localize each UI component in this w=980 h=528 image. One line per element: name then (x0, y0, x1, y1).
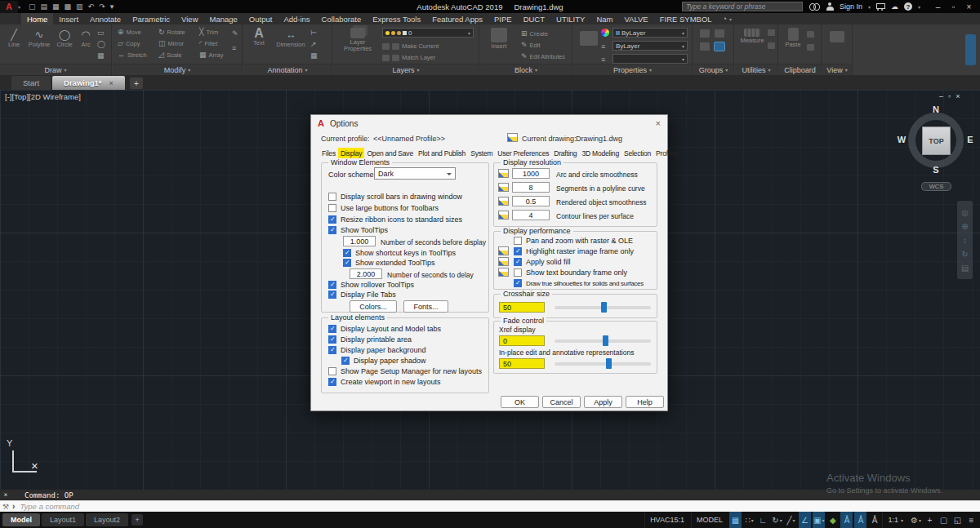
ribbon-tab-fire-symbol[interactable]: FIRE SYMBOL (654, 13, 718, 24)
ribbon-right-widget[interactable] (965, 34, 976, 65)
model-space-indicator[interactable]: MODEL (691, 512, 728, 528)
ribbon-tab-nam[interactable]: Nam (590, 13, 618, 24)
view-base-icon[interactable] (830, 31, 844, 42)
checkbox-layout-model-tabs[interactable]: Display Layout and Model tabs (328, 325, 441, 333)
circle-tool[interactable]: ◯ Circle (54, 29, 75, 48)
copy-tool[interactable]: ▱Copy (118, 39, 140, 47)
tab-files[interactable]: Files (319, 148, 338, 159)
checkbox-box[interactable] (514, 268, 522, 277)
rendered-smoothness-field[interactable] (512, 196, 550, 206)
linear-tool[interactable]: ⊢ (310, 29, 317, 37)
panel-label-block[interactable]: Block▾ (480, 64, 572, 75)
ribbon-tab-addins[interactable]: Add-ins (278, 13, 315, 24)
checkbox-box[interactable] (343, 259, 351, 267)
zoom-extents-icon[interactable]: ↕ (963, 236, 967, 245)
snap-mode-icon[interactable]: ∷▾ (743, 512, 755, 528)
apply-button[interactable]: Apply (584, 396, 622, 408)
tab-profiles[interactable]: Profiles (653, 148, 680, 159)
layer-select-combo[interactable]: 0 ▾ (382, 28, 474, 38)
tab-open-and-save[interactable]: Open and Save (364, 148, 415, 159)
arc-tool[interactable]: ◠ Arc (77, 29, 95, 48)
move-tool[interactable]: ⊕Move (118, 28, 141, 36)
a360-cloud-icon[interactable]: ☁ (891, 2, 898, 11)
group-edit-icon[interactable] (700, 42, 710, 51)
checkbox-create-viewport[interactable]: Create viewport in new layouts (328, 378, 441, 386)
ribbon-tab-parametric[interactable]: Parametric (127, 13, 176, 24)
copy-clip-icon[interactable] (807, 31, 814, 38)
ribbon-tab-collaborate[interactable]: Collaborate (316, 13, 368, 24)
command-input[interactable] (18, 501, 980, 512)
match-layer-tool[interactable]: Match Layer (382, 54, 435, 61)
viewport-close-icon[interactable]: × (956, 92, 960, 100)
ribbon-tab-valve[interactable]: VALVE (618, 13, 653, 24)
new-drawing-tab-button[interactable]: + (130, 78, 143, 89)
plus-customization-icon[interactable]: + (924, 512, 936, 528)
annotation-visibility-icon[interactable]: Å (840, 512, 853, 528)
color-wheel-icon[interactable] (601, 29, 609, 37)
osnap-tracking-icon[interactable]: ∠ (799, 512, 811, 528)
workspace-gear-icon[interactable]: ⚙▾ (910, 512, 922, 528)
tab-user-preferences[interactable]: User Preferences (495, 148, 551, 159)
panel-label-clipboard[interactable]: Clipboard (779, 64, 821, 75)
layout2-tab[interactable]: Layout2 (86, 513, 128, 526)
polyline-tool[interactable]: ∿ Polyline (26, 29, 52, 48)
checkbox-box[interactable] (328, 204, 336, 212)
checkbox-box[interactable] (328, 215, 336, 224)
ribbon-tab-duct[interactable]: DUCT (518, 13, 550, 24)
checkbox-large-buttons[interactable]: Use large buttons for Toolbars (328, 204, 439, 212)
current-scale-indicator[interactable]: HVAC15:1 (644, 512, 689, 528)
checkbox-box[interactable] (328, 378, 336, 386)
contour-lines-field[interactable] (512, 210, 550, 220)
minimize-button[interactable]: – (931, 2, 945, 11)
checkbox-box[interactable] (328, 367, 336, 375)
fillet-tool[interactable]: ◜Fillet (199, 39, 217, 47)
quick-calc-icon[interactable] (768, 42, 775, 49)
checkbox-box[interactable] (341, 357, 350, 365)
viewcube-south[interactable]: S (929, 165, 942, 175)
checkbox-rollover-tooltips[interactable]: Show rollover ToolTips (328, 281, 414, 289)
inplace-edit-slider[interactable] (555, 362, 651, 366)
viewcube-wcs-button[interactable]: WCS (921, 182, 951, 191)
tab-drafting[interactable]: Drafting (551, 148, 579, 159)
lineweight-combo[interactable]: ByLayer ▾ (612, 41, 688, 51)
viewport-restore-icon[interactable]: ▫ (948, 92, 951, 100)
sign-in-label[interactable]: Sign In (840, 2, 862, 11)
checkbox-box[interactable] (328, 226, 336, 234)
insert-block-tool[interactable]: Insert (485, 28, 513, 50)
viewport-minimize-icon[interactable]: – (939, 92, 943, 100)
checkbox-box[interactable] (328, 325, 336, 333)
checkbox-true-silhouettes[interactable]: Draw true silhouettes for solids and sur… (514, 279, 644, 287)
navigation-bar[interactable]: ◎ ⊕ ↕ ↻ ▤ (957, 201, 973, 279)
viewport-controls-label[interactable]: [-][Top][2D Wireframe] (5, 92, 81, 101)
checkbox-box[interactable] (328, 291, 336, 299)
cancel-button[interactable]: Cancel (542, 396, 581, 408)
ribbon-tab-express-tools[interactable]: Express Tools (367, 13, 426, 24)
tab-plot-and-publish[interactable]: Plot and Publish (416, 148, 468, 159)
help-caret-icon[interactable]: ▾ (918, 4, 920, 10)
plot-icon[interactable]: ▥ (76, 1, 83, 13)
isodraft-icon[interactable]: ╱▾ (785, 512, 797, 528)
tab-3d-modeling[interactable]: 3D Modeling (579, 148, 621, 159)
stretch-tool[interactable]: ↔Stretch (118, 51, 147, 59)
undo-icon[interactable]: ↶ (88, 1, 95, 13)
steering-wheel-icon[interactable]: ◎ (961, 208, 969, 217)
polar-tracking-icon[interactable]: ↻▾ (771, 512, 783, 528)
panel-label-view[interactable]: View▾ (822, 64, 852, 75)
close-button[interactable]: × (962, 2, 976, 11)
ribbon-tab-view[interactable]: View (176, 13, 203, 24)
open-file-icon[interactable]: ▤ (41, 1, 48, 13)
paste-tool[interactable]: Paste (784, 28, 802, 48)
crosshair-size-field[interactable] (499, 302, 545, 313)
selection-cycling-icon[interactable]: ◆ (826, 512, 839, 528)
sign-in-caret-icon[interactable]: ▾ (868, 4, 871, 10)
panel-label-modify[interactable]: Modify▾ (113, 64, 242, 75)
erase-tool[interactable]: ✎ (232, 29, 238, 38)
layer-properties-tool[interactable]: Layer Properties (336, 28, 379, 52)
inplace-edit-field[interactable] (499, 358, 545, 369)
help-icon[interactable]: ? (904, 2, 912, 11)
seconds-before-display-field[interactable] (343, 236, 376, 246)
quick-select-icon[interactable] (768, 29, 775, 36)
ribbon-tab-pipe[interactable]: PIPE (488, 13, 518, 24)
xref-display-field[interactable] (499, 335, 545, 346)
checkbox-box[interactable] (514, 279, 522, 287)
